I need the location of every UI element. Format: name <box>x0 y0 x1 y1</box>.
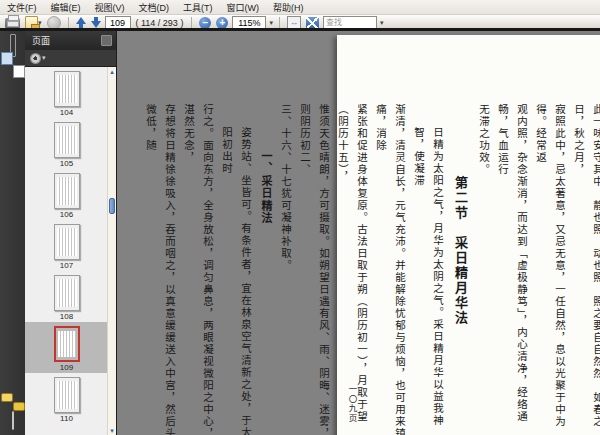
attachments-panel-tab[interactable] <box>12 412 14 430</box>
scroll-up-icon[interactable]: ▴ <box>108 67 116 76</box>
thumbnail-scrollbar[interactable]: ▴ ▾ <box>107 67 116 435</box>
main-area: 页面 ▾ 104 105 106 <box>0 31 600 435</box>
zoom-in-icon: + <box>216 17 228 29</box>
thumbnail-item[interactable]: 110 <box>25 373 108 424</box>
thumbnail-page-image <box>54 377 80 413</box>
navigation-tab-strip <box>0 31 25 435</box>
thumbnail-label: 107 <box>60 261 73 270</box>
menu-file[interactable]: 文件(F) <box>0 0 44 15</box>
menu-document[interactable]: 文档(D) <box>132 0 177 15</box>
section-heading: 第二节 采日精月华法 <box>447 104 474 435</box>
thumbnail-page-image <box>54 275 80 311</box>
thumbnail-label: 105 <box>60 159 73 168</box>
thumbnail-page-image <box>54 224 80 260</box>
text-column: 观内照，杂念渐消，而达到「虚极静笃」，内心清净，经络通畅，气血运行 <box>493 104 531 435</box>
text-column: 惟须天色晴朗，方可摄取。如朔望日遇有风、雨、阴晦、迷雾，则阴历初二、 <box>295 104 333 435</box>
thumbnail-label: 104 <box>60 108 73 117</box>
pdf-reader-window: 文件(F) 编辑(E) 视图(V) 文档(D) 工具(T) 窗口(W) 帮助(H… <box>0 0 600 435</box>
menu-bar: 文件(F) 编辑(E) 视图(V) 文档(D) 工具(T) 窗口(W) 帮助(H… <box>0 0 600 15</box>
thumbnail-item[interactable]: 106 <box>25 169 108 220</box>
pages-panel-header: 页面 <box>25 31 116 50</box>
text-column: 无滞之功效。 <box>474 104 493 435</box>
pages-panel-title: 页面 <box>32 34 50 47</box>
menu-view[interactable]: 视图(V) <box>88 0 132 15</box>
thumbnail-page-image <box>54 71 80 107</box>
menu-window[interactable]: 窗口(W) <box>220 0 267 15</box>
paperclip-icon <box>12 411 14 430</box>
scrollbar-thumb[interactable] <box>109 198 115 214</box>
text-column: 渐清，清灵自长，元气充沛。并能解除忧郁与烦恼，也可用来镇痛，消除 <box>371 104 409 435</box>
gear-caret-icon[interactable]: ▾ <box>42 54 46 62</box>
fit-page-icon <box>306 17 319 29</box>
text-column: 姿势站、坐皆可。有条件者，宜在林泉空气清新之处，于太阳初出时 <box>217 104 255 435</box>
pages-panel: 页面 ▾ 104 105 106 <box>25 31 117 435</box>
printer-icon <box>5 18 20 28</box>
menu-help[interactable]: 帮助(H) <box>266 0 311 15</box>
panel-menu-button[interactable] <box>101 35 112 46</box>
sub-heading: 一、采日精法 <box>255 104 276 435</box>
toolbar-separator <box>279 17 280 29</box>
arrow-up-icon <box>76 17 86 28</box>
zoom-out-icon: − <box>199 17 211 29</box>
page-text-block: 此一味安守其中，静也照，动也照，照之要自自然然，如春之日，秋之月， 寂照此中，忌… <box>141 104 600 435</box>
text-column: 寂照此中，忌太著意，又忌无意，一任自然，息以光聚于中为得。经常返 <box>531 104 569 435</box>
thumbnail-page-image <box>54 326 80 362</box>
search-options-caret-icon[interactable]: ▾ <box>380 19 384 26</box>
text-column: 日精为太阳之气，月华为太阴之气。采日精月华以益我神智，使凝滞 <box>409 104 447 435</box>
arrow-down-icon <box>91 17 101 28</box>
document-view-area[interactable]: 此一味安守其中，静也照，动也照，照之要自自然然，如春之日，秋之月， 寂照此中，忌… <box>117 31 600 435</box>
thumbnail-item-selected[interactable]: 109 <box>25 322 108 373</box>
thumbnail-item[interactable]: 104 <box>25 67 108 118</box>
text-column: 此一味安守其中，静也照，动也照，照之要自自然然，如春之日，秋之月， <box>569 104 600 435</box>
zoom-combo-caret-icon[interactable]: ▾ <box>269 19 273 26</box>
pages-panel-options: ▾ <box>25 50 116 67</box>
thumbnail-item[interactable]: 108 <box>25 271 108 322</box>
toolbar-separator <box>68 17 69 29</box>
text-column: 行之。面向东方，全身放松，调匀鼻息，两眼凝视微阳之中心，湛然无念， <box>179 104 217 435</box>
text-column: 存想将日精徐徐吸入，吞而咽之，以真意缓缓送入中宫，然后头微低，随 <box>141 104 179 435</box>
pdf-page: 此一味安守其中，静也照，动也照，照之要自自然然，如春之日，秋之月， 寂照此中，忌… <box>337 35 600 435</box>
thumbnail-label: 110 <box>60 414 73 423</box>
thumbnail-page-image <box>54 173 80 209</box>
thumbnail-label: 109 <box>60 363 73 372</box>
toolbar-separator <box>191 17 192 29</box>
menu-tools[interactable]: 工具(T) <box>176 0 220 15</box>
page-folio-number: 一〇九页 <box>346 385 358 423</box>
thumbnail-page-image <box>54 122 80 158</box>
page-count-label: ( 114 / 293 ) <box>136 18 184 28</box>
thumbnail-item[interactable]: 107 <box>25 220 108 271</box>
thumbnail-label: 108 <box>60 312 73 321</box>
thumbnail-list: 104 105 106 107 108 <box>25 67 116 435</box>
gear-icon[interactable] <box>31 54 40 63</box>
thumbnail-label: 106 <box>60 210 73 219</box>
thumbnail-item[interactable]: 105 <box>25 118 108 169</box>
text-column: 三、十六、十七犹可凝神补取。 <box>276 104 295 435</box>
scroll-down-icon[interactable]: ▾ <box>108 426 116 435</box>
menu-edit[interactable]: 编辑(E) <box>44 0 88 15</box>
